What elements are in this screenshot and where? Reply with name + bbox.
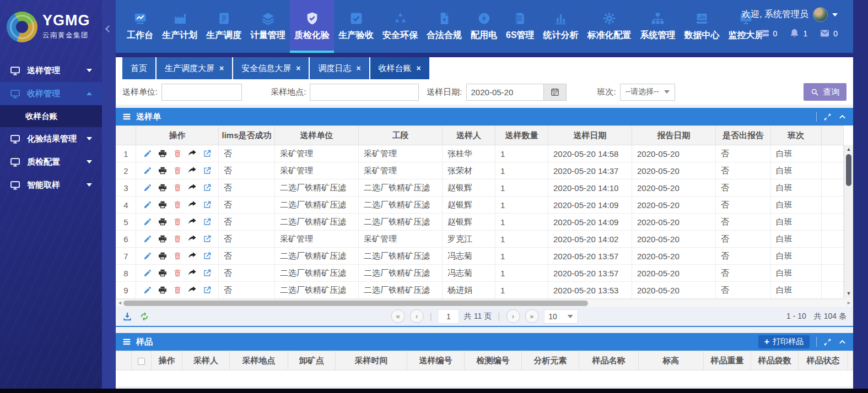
delete-icon[interactable]: [173, 183, 182, 192]
refresh-icon[interactable]: [139, 312, 149, 321]
expand-panel-icon[interactable]: [823, 113, 832, 121]
nav-item-production-plan[interactable]: 生产计划: [158, 0, 202, 53]
next-page-button[interactable]: ›: [506, 309, 520, 323]
edit-icon[interactable]: [143, 286, 152, 294]
nav-item-workbench[interactable]: 工作台: [122, 0, 158, 53]
tab-home[interactable]: 首页: [122, 57, 155, 79]
select-all-checkbox[interactable]: [138, 358, 145, 365]
avatar[interactable]: [813, 7, 828, 22]
badge-messages[interactable]: 0: [820, 28, 838, 39]
sidebar-subitem-receive-ledger[interactable]: 收样台账: [0, 105, 102, 127]
current-page-input[interactable]: 1: [438, 309, 459, 324]
forward-icon[interactable]: [188, 252, 197, 260]
edit-icon[interactable]: [143, 252, 152, 260]
caret-down-icon[interactable]: [832, 13, 838, 17]
sidebar-item-sample-send[interactable]: 送样管理: [0, 59, 102, 82]
forward-icon[interactable]: [188, 234, 197, 243]
delete-icon[interactable]: [173, 286, 182, 294]
edit-icon[interactable]: [143, 183, 152, 192]
first-page-button[interactable]: «: [391, 309, 405, 323]
nav-item-quality-assay[interactable]: 质检化验: [290, 0, 334, 53]
sidebar-item-sample-receive[interactable]: 收样管理: [0, 82, 102, 105]
print-icon[interactable]: [158, 217, 167, 226]
expand-panel-icon[interactable]: [823, 338, 832, 346]
open-icon[interactable]: [203, 286, 212, 294]
tab-dispatch-log[interactable]: 调度日志×: [310, 57, 369, 79]
close-icon[interactable]: ×: [219, 64, 224, 72]
open-icon[interactable]: [203, 269, 212, 277]
open-icon[interactable]: [203, 217, 212, 226]
scroll-up-icon[interactable]: ▲: [844, 147, 853, 152]
tab-dispatch-screen[interactable]: 生产调度大屏×: [157, 57, 232, 79]
delete-icon[interactable]: [173, 252, 182, 260]
page-size-select[interactable]: 10: [543, 309, 578, 324]
delete-icon[interactable]: [173, 200, 182, 209]
nav-item-system-admin[interactable]: 系统管理: [636, 0, 680, 53]
edit-icon[interactable]: [143, 217, 152, 226]
forward-icon[interactable]: [188, 286, 197, 294]
last-page-button[interactable]: »: [525, 309, 538, 323]
close-icon[interactable]: ×: [417, 64, 421, 72]
shift-select[interactable]: --请选择--: [620, 84, 675, 101]
print-icon[interactable]: [158, 200, 167, 209]
print-icon[interactable]: [158, 252, 167, 260]
edit-icon[interactable]: [143, 234, 152, 243]
delete-icon[interactable]: [173, 234, 182, 243]
sidebar-item-assay-results[interactable]: 化验结果管理: [0, 127, 102, 150]
print-icon[interactable]: [158, 269, 167, 277]
nav-item-power-distribution[interactable]: 配用电: [466, 0, 502, 53]
print-icon[interactable]: [158, 286, 167, 294]
search-button[interactable]: 查询: [804, 83, 847, 101]
sidebar-item-smart-sampling[interactable]: 智能取样: [0, 173, 102, 197]
forward-icon[interactable]: [188, 217, 197, 226]
forward-icon[interactable]: [188, 269, 197, 277]
forward-icon[interactable]: [188, 200, 197, 209]
scroll-right-icon[interactable]: ►: [847, 300, 851, 305]
open-icon[interactable]: [203, 149, 212, 158]
collapse-sidebar-icon[interactable]: [105, 25, 112, 32]
edit-icon[interactable]: [143, 269, 152, 277]
location-input[interactable]: [310, 84, 419, 101]
scrollbar-thumb[interactable]: [846, 154, 851, 186]
open-icon[interactable]: [203, 252, 212, 260]
nav-item-compliance[interactable]: 合法合规: [422, 0, 466, 53]
nav-item-measurement[interactable]: 计量管理: [246, 0, 290, 53]
calendar-button[interactable]: [543, 84, 567, 101]
delete-icon[interactable]: [173, 217, 182, 226]
edit-icon[interactable]: [143, 166, 152, 175]
edit-icon[interactable]: [143, 200, 152, 209]
scroll-left-icon[interactable]: ◄: [117, 300, 122, 305]
nav-item-standard-config[interactable]: 标准化配置: [583, 0, 636, 53]
open-icon[interactable]: [203, 234, 212, 243]
print-icon[interactable]: [158, 166, 167, 175]
forward-icon[interactable]: [188, 149, 197, 158]
prev-page-button[interactable]: ‹: [410, 309, 424, 323]
forward-icon[interactable]: [188, 183, 197, 192]
close-icon[interactable]: ×: [356, 64, 360, 72]
nav-item-six-s[interactable]: 6S管理: [502, 0, 539, 53]
vertical-scrollbar[interactable]: ▲ ▼: [844, 145, 853, 298]
nav-item-data-center[interactable]: 数据中心: [680, 0, 724, 53]
delete-icon[interactable]: [173, 149, 182, 158]
collapse-panel-icon[interactable]: [838, 113, 847, 121]
open-icon[interactable]: [203, 183, 212, 192]
scroll-down-icon[interactable]: ▼: [844, 291, 853, 296]
badge-records[interactable]: 0: [759, 28, 778, 39]
nav-item-production-dispatch[interactable]: 生产调度: [202, 0, 246, 53]
delete-icon[interactable]: [173, 166, 182, 175]
nav-item-safety-environment[interactable]: 安全环保: [378, 0, 422, 53]
scrollbar-thumb[interactable]: [123, 301, 588, 306]
print-icon[interactable]: [158, 149, 167, 158]
horizontal-scrollbar[interactable]: ◄ ►: [116, 299, 853, 307]
badge-alerts[interactable]: 1: [789, 28, 807, 39]
collapse-panel-icon[interactable]: [838, 338, 847, 346]
print-samples-button[interactable]: + 打印样品: [758, 335, 810, 348]
close-icon[interactable]: ×: [296, 64, 300, 72]
sidebar-item-qc-config[interactable]: 质检配置: [0, 150, 102, 173]
tab-safety-screen[interactable]: 安全信息大屏×: [233, 57, 309, 79]
print-icon[interactable]: [158, 234, 167, 243]
nav-item-statistics[interactable]: 统计分析: [539, 0, 583, 53]
tab-receive-ledger[interactable]: 收样台账×: [370, 57, 429, 79]
date-input[interactable]: [466, 84, 543, 101]
delete-icon[interactable]: [173, 269, 182, 277]
